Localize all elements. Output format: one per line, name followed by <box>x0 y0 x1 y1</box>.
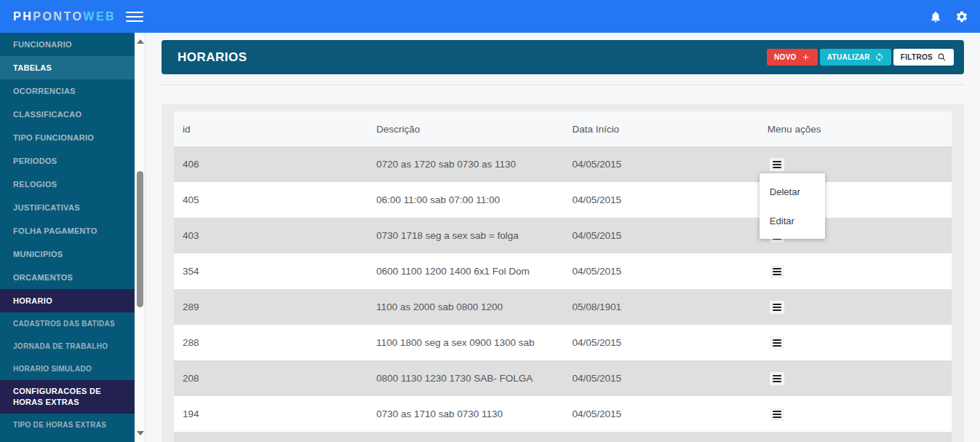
atualizar-button[interactable]: ATUALIZAR <box>820 49 891 66</box>
sidebar-item-ocorrencias[interactable]: OCORRENCIAS <box>0 79 135 103</box>
sidebar-item-label: TIPO DE HORAS EXTRAS <box>13 419 106 430</box>
cell-data_inicio: 04/05/2015 <box>564 230 759 241</box>
cell-id: 288 <box>174 337 367 348</box>
plus-icon <box>801 52 810 62</box>
sidebar-item-justificativas[interactable]: JUSTIFICATIVAS <box>0 196 135 219</box>
sidebar-item-orcamentos[interactable]: ORCAMENTOS <box>0 266 135 289</box>
sidebar-item-label: FOLHA PAGAMENTO <box>13 226 97 237</box>
sidebar-item-folha-pagamento[interactable]: FOLHA PAGAMENTO <box>0 219 135 242</box>
sidebar-item-cadastros-das-batidas[interactable]: CADASTROS DAS BATIDAS <box>0 312 135 335</box>
cell-menu-acoes: DeletarEditar <box>759 146 952 182</box>
sidebar-item-configuracoes-de-horas-extras[interactable]: CONFIGURACOES DE HORAS EXTRAS <box>0 380 135 414</box>
table-body: 4060720 as 1720 sab 0730 as 113004/05/20… <box>174 146 952 442</box>
table-panel: idDescriçãoData InícioMenu ações 4060720… <box>162 104 964 442</box>
row-actions-menu-icon[interactable] <box>770 265 784 278</box>
logo-part-ph: PH <box>13 10 33 23</box>
sidebar-item-label: JORNADA DE TRABALHO <box>13 341 108 352</box>
cell-data_inicio: 04/05/2015 <box>564 373 759 384</box>
table-row: 3540600 1100 1200 1400 6x1 Fol Dom04/05/… <box>174 253 952 289</box>
sidebar-item-label: PERIODOS <box>13 156 57 167</box>
row-actions-menu-icon[interactable] <box>770 372 784 385</box>
main-content: HORARIOS NOVO ATUALIZAR FILTROS <box>146 33 980 442</box>
row-actions-menu-icon[interactable] <box>770 158 784 171</box>
novo-button[interactable]: NOVO <box>767 49 818 66</box>
sidebar-item-label: ORCAMENTOS <box>13 272 73 283</box>
sidebar-item-tipo-funcionario[interactable]: TIPO FUNCIONARIO <box>0 126 135 149</box>
row-actions-menu-icon[interactable] <box>770 336 784 350</box>
sidebar-item-tabelas[interactable]: TABELAS <box>0 56 135 79</box>
column-header-1: Descrição <box>367 124 563 135</box>
search-icon <box>937 52 947 62</box>
cell-data_inicio: 04/05/2015 <box>564 266 759 277</box>
menu-icon[interactable] <box>126 9 143 25</box>
menu-item-editar[interactable]: Editar <box>760 206 825 235</box>
cell-id: 354 <box>174 266 367 277</box>
page-header: HORARIOS NOVO ATUALIZAR FILTROS <box>162 40 964 74</box>
bell-icon[interactable] <box>929 10 942 23</box>
cell-menu-acoes <box>759 253 952 289</box>
cell-menu-acoes <box>759 360 952 396</box>
app-logo: PHPONTOWEB <box>13 10 116 23</box>
table-row: 4060720 as 1720 sab 0730 as 113004/05/20… <box>174 146 952 182</box>
cell-id: 405 <box>174 194 367 205</box>
cell-descricao: 0800 1130 1230 1730 SAB- FOLGA <box>367 373 563 384</box>
sidebar-scrollbar[interactable] <box>135 33 146 442</box>
sidebar-item-periodos[interactable]: PERIODOS <box>0 149 135 173</box>
scroll-down-icon[interactable] <box>137 431 144 435</box>
sidebar-item-label: RELOGIOS <box>13 179 57 190</box>
sidebar-item-horario-simulado[interactable]: HORARIO SIMULADO <box>0 358 135 380</box>
logo-part-ponto: PONTO <box>33 10 83 23</box>
sidebar-item-funcionario[interactable]: FUNCIONARIO <box>0 33 135 56</box>
gear-icon[interactable] <box>955 10 968 23</box>
scrollbar-thumb[interactable] <box>137 171 143 307</box>
cell-descricao: 0730 1718 seg a sex sab = folga <box>367 230 563 241</box>
sidebar-item-label: CLASSIFICACAO <box>13 109 81 120</box>
sidebar-item-label: HORARIO <box>13 296 52 307</box>
sidebar-item-label: OCORRENCIAS <box>13 86 76 97</box>
cell-id: 289 <box>174 301 367 312</box>
cell-menu-acoes <box>759 289 952 325</box>
cell-id: 194 <box>174 409 367 419</box>
cell-data_inicio: 04/05/2015 <box>564 159 759 170</box>
scroll-up-icon[interactable] <box>137 39 144 44</box>
sidebar-item-label: HORARIO SIMULADO <box>13 363 92 374</box>
row-actions-menu-icon[interactable] <box>770 301 784 314</box>
sidebar-item-label: FUNCIONARIO <box>13 39 72 50</box>
cell-data_inicio: 04/05/2015 <box>564 337 759 348</box>
sidebar-item-horario[interactable]: HORARIO <box>0 289 135 312</box>
sidebar-item-tipo-de-horas-extras[interactable]: TIPO DE HORAS EXTRAS <box>0 414 135 436</box>
cell-data_inicio: 05/08/1901 <box>564 301 759 312</box>
sidebar: FUNCIONARIOTABELASOCORRENCIASCLASSIFICAC… <box>0 33 135 442</box>
sidebar-item-label: CONFIGURACOES DE HORAS EXTRAS <box>13 386 127 408</box>
cell-id: 403 <box>174 230 367 241</box>
row-actions-menu-icon[interactable] <box>770 408 784 421</box>
cell-descricao: 0600 1100 1200 1400 6x1 Fol Dom <box>367 266 563 277</box>
cell-id: 208 <box>174 373 367 384</box>
cell-data_inicio: 04/05/2015 <box>564 409 759 419</box>
table-row: 40506:00 11:00 sab 07:00 11:0004/05/2015 <box>174 182 952 218</box>
sidebar-item-classificacao[interactable]: CLASSIFICACAO <box>0 103 135 126</box>
page-title: HORARIOS <box>178 50 247 65</box>
sidebar-item-label: MUNICIPIOS <box>13 249 63 260</box>
table-row <box>174 432 952 442</box>
table-row: 2080800 1130 1230 1730 SAB- FOLGA04/05/2… <box>174 360 952 396</box>
menu-item-deletar[interactable]: Deletar <box>760 177 825 206</box>
table-row: 1940730 as 1710 sab 0730 113004/05/2015 <box>174 396 952 432</box>
cell-menu-acoes <box>759 396 952 432</box>
sidebar-item-relogios[interactable]: RELOGIOS <box>0 173 135 196</box>
sidebar-item-jornada-de-trabalho[interactable]: JORNADA DE TRABALHO <box>0 335 135 358</box>
sidebar-item-label: TABELAS <box>13 63 52 74</box>
row-actions-dropdown: DeletarEditar <box>760 173 825 239</box>
topbar-right <box>929 10 968 23</box>
sidebar-item-municipios[interactable]: MUNICIPIOS <box>0 242 135 266</box>
column-header-2: Data Início <box>564 124 759 135</box>
refresh-icon <box>875 52 884 62</box>
filtros-button[interactable]: FILTROS <box>893 49 954 66</box>
table-row: 2891100 as 2000 sab 0800 120005/08/1901 <box>174 289 952 325</box>
header-divider <box>162 84 964 85</box>
novo-button-label: NOVO <box>774 53 797 61</box>
sidebar-item-label: JUSTIFICATIVAS <box>13 202 80 213</box>
cell-descricao: 06:00 11:00 sab 07:00 11:00 <box>367 194 563 205</box>
cell-descricao: 1100 1800 seg a sex 0900 1300 sab <box>367 337 563 348</box>
table-row: 4030730 1718 seg a sex sab = folga04/05/… <box>174 218 952 253</box>
